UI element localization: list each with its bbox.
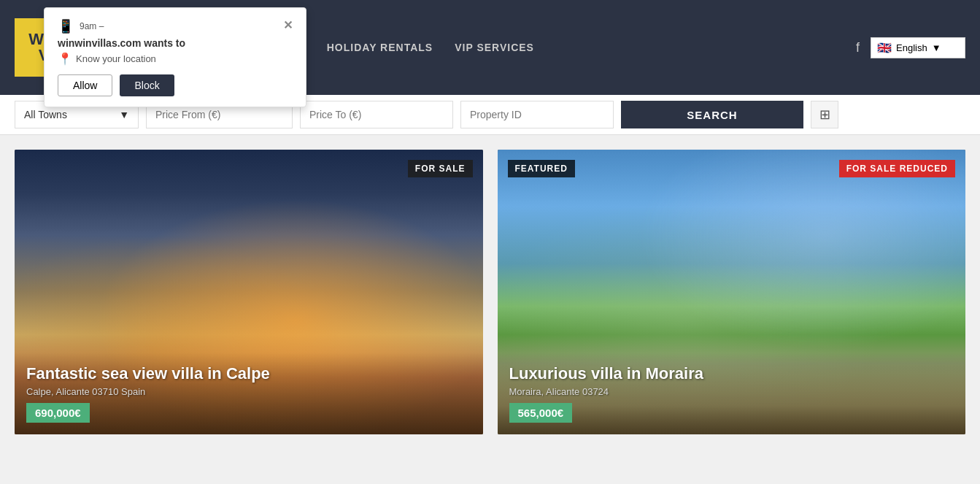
- notif-location-text: Know your location: [76, 53, 156, 64]
- property-info: Luxurious villa in Moraira Moraira, Alic…: [498, 353, 966, 434]
- property-card[interactable]: FEATURED FOR SALE REDUCED Luxurious vill…: [498, 150, 966, 434]
- filter-grid-icon: ⊞: [819, 107, 830, 123]
- flag-icon: 🇬🇧: [877, 41, 892, 55]
- close-icon[interactable]: ✕: [283, 18, 293, 32]
- notif-header: 📱 9am – ✕: [58, 18, 293, 34]
- filter-button[interactable]: ⊞: [811, 101, 838, 128]
- price-to-input[interactable]: [300, 101, 453, 128]
- for-sale-badge: FOR SALE: [408, 160, 473, 177]
- nav-vip-services[interactable]: VIP SERVICES: [455, 42, 534, 53]
- header: 📱 9am – ✕ winwinvillas.com wants to 📍 Kn…: [0, 0, 980, 95]
- language-selector[interactable]: 🇬🇧 English ▼: [871, 37, 965, 58]
- notif-time: 9am –: [80, 21, 104, 31]
- property-title: Fantastic sea view villa in Calpe: [26, 364, 471, 383]
- notification-popup: 📱 9am – ✕ winwinvillas.com wants to 📍 Kn…: [44, 7, 306, 107]
- property-card[interactable]: FOR SALE Fantastic sea view villa in Cal…: [15, 150, 483, 434]
- properties-grid: FOR SALE Fantastic sea view villa in Cal…: [15, 150, 965, 434]
- block-button[interactable]: Block: [120, 74, 174, 96]
- properties-section: FOR SALE Fantastic sea view villa in Cal…: [0, 135, 980, 449]
- allow-button[interactable]: Allow: [58, 74, 112, 96]
- notif-location-row: 📍 Know your location: [58, 52, 293, 66]
- featured-badge: FEATURED: [508, 160, 575, 177]
- chevron-down-icon: ▼: [932, 42, 941, 53]
- phone-icon: 📱: [58, 18, 74, 34]
- notif-buttons: Allow Block: [58, 74, 293, 96]
- facebook-icon[interactable]: f: [856, 40, 860, 55]
- notif-title-row: 📱 9am –: [58, 18, 104, 34]
- property-price: 565,000€: [509, 403, 573, 423]
- notif-domain: winwinvillas.com wants to: [58, 37, 293, 49]
- property-price: 690,000€: [26, 403, 90, 423]
- property-location: Moraira, Alicante 03724: [509, 386, 954, 397]
- location-pin-icon: 📍: [58, 52, 72, 66]
- property-title: Luxurious villa in Moraira: [509, 364, 954, 383]
- towns-chevron-icon: ▼: [119, 109, 129, 120]
- property-info: Fantastic sea view villa in Calpe Calpe,…: [15, 353, 483, 434]
- search-button[interactable]: SEARCH: [621, 101, 803, 128]
- towns-label: All Towns: [24, 109, 67, 120]
- property-location: Calpe, Alicante 03710 Spain: [26, 386, 471, 397]
- header-right: f 🇬🇧 English ▼: [856, 37, 965, 58]
- reduced-badge: FOR SALE REDUCED: [839, 160, 955, 177]
- language-label: English: [896, 42, 927, 53]
- property-id-input[interactable]: [460, 101, 614, 128]
- nav-holiday-rentals[interactable]: HOLIDAY RENTALS: [327, 42, 433, 53]
